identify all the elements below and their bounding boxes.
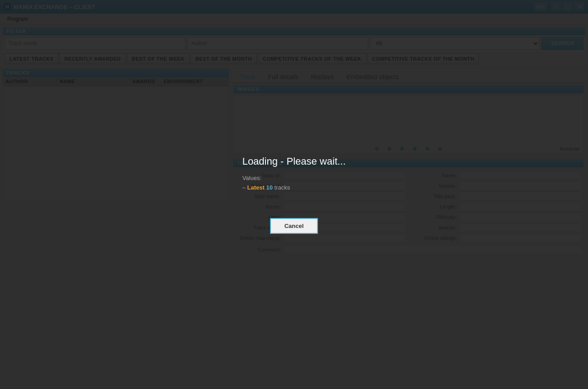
loading-rest: tracks [275,184,290,191]
loading-values-label: Values: [242,175,346,181]
loading-num: 10 [266,184,272,191]
loading-title: Loading - Please wait... [242,156,346,167]
loading-overlay: Loading - Please wait... Values: – Lates… [0,0,588,389]
loading-item: – Latest 10 tracks [242,184,346,191]
cancel-area: Cancel [242,218,346,234]
loading-latest: Latest [247,184,265,191]
cancel-button[interactable]: Cancel [270,218,318,234]
loading-dash: – [242,184,246,191]
loading-content: Loading - Please wait... Values: – Lates… [224,142,364,247]
